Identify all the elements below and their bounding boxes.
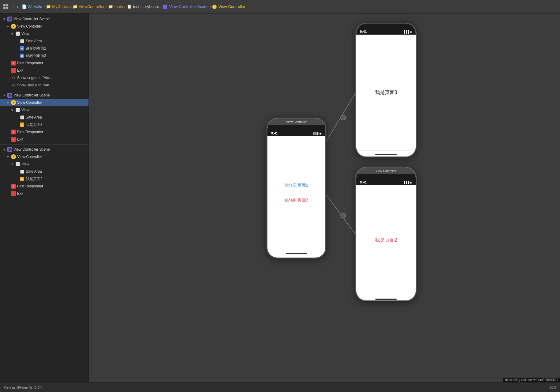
url-bar: https://blog.csdn.net/weixin/208870829 <box>503 378 560 382</box>
breadcrumb-mycheck[interactable]: 📁 MyCheck <box>46 4 69 9</box>
sidebar-item-btn3[interactable]: B 跳转到页面3 <box>0 52 89 59</box>
phone1-btn3[interactable]: 跳转到页面3 <box>285 198 308 203</box>
firstresponder1-label: First Responder <box>17 61 89 65</box>
breadcrumb: 📄 WeValid › 📁 MyCheck › 📁 ViewController… <box>22 4 245 9</box>
phone-1: View Controller 9:41 ▐▐▐ ◉ 跳转到页面2 跳转到页面3 <box>267 118 326 258</box>
sidebar-item-vc2[interactable]: ▼ ● View Controller <box>0 99 89 106</box>
tree-section-2: ▼ ⬛ View Controller Scene ▼ ● View Contr… <box>0 90 89 144</box>
exit1-label: Exit <box>17 68 89 73</box>
sidebar-item-exit3[interactable]: → Exit <box>0 190 89 197</box>
scene2-label: View Controller Scene <box>13 93 89 97</box>
button-icon: B <box>20 46 25 51</box>
phone1-btn2[interactable]: 跳转到页面2 <box>285 183 308 188</box>
sidebar-item-view3[interactable]: ▼ View <box>0 160 89 168</box>
view3-label: View <box>21 162 89 166</box>
vc3-label: View Controller <box>17 155 89 159</box>
sidebar-item-safearea2[interactable]: ⊡ Safe Area <box>0 114 89 121</box>
btn2-label: 跳转到页面2 <box>26 46 89 51</box>
sidebar-item-btn2[interactable]: B 跳转到页面2 <box>0 45 89 52</box>
view-icon <box>15 107 20 112</box>
disclosure-icon: ▼ <box>10 108 14 112</box>
phone1-title: View Controller <box>286 120 307 124</box>
view-icon <box>15 31 20 36</box>
back-arrow[interactable]: ‹ <box>11 3 15 10</box>
bottom-bar: View as: iPhone Xs (6.5") 80% <box>0 382 560 392</box>
segue2-label: Show segue to "Vie... <box>17 83 89 87</box>
breadcrumb-wevalid[interactable]: 📄 WeValid <box>22 4 42 9</box>
disclosure-icon: ▼ <box>10 163 14 166</box>
first-responder-icon: ⚡ <box>11 184 16 189</box>
breadcrumb-scene[interactable]: View Controller Scene <box>163 4 208 9</box>
label-icon: L <box>20 176 25 181</box>
sidebar-item-exit2[interactable]: → Exit <box>0 136 89 143</box>
canvas[interactable]: ✦ ✦ View Controller 9:41 ▐▐▐ ◉ 跳转到页面2 <box>89 13 560 382</box>
sidebar-item-view2[interactable]: ▼ View <box>0 106 89 114</box>
sidebar-item-label-page2[interactable]: L 我是页面2 <box>0 175 89 183</box>
sidebar-item-safearea1[interactable]: ⊡ Safe Area <box>0 37 89 45</box>
sidebar-item-scene2[interactable]: ▼ ⬛ View Controller Scene <box>0 92 89 99</box>
first-responder-icon: ⚡ <box>11 61 16 66</box>
sidebar-item-safearea3[interactable]: ⊡ Safe Area <box>0 168 89 175</box>
sidebar-item-scene1[interactable]: ▼ ⬛ View Controller Scene <box>0 15 89 23</box>
breadcrumb-viewcontroller[interactable]: View Controller <box>212 4 245 9</box>
vc-icon: ● <box>11 100 16 105</box>
main-layout: ▼ ⬛ View Controller Scene ▼ ● View Contr… <box>0 13 560 382</box>
sidebar-item-vc1[interactable]: ▼ ● View Controller <box>0 23 89 30</box>
sidebar-item-firstresponder2[interactable]: ⚡ First Responder <box>0 128 89 136</box>
sidebar-item-view1[interactable]: ▼ View <box>0 30 89 37</box>
segue-icon: ⊙ <box>11 83 16 88</box>
sidebar-item-firstresponder3[interactable]: ⚡ First Responder <box>0 183 89 190</box>
exit-icon: → <box>11 68 16 73</box>
exit-icon: → <box>11 137 16 142</box>
breadcrumb-viewcontroller-folder[interactable]: 📁 ViewController <box>73 4 104 9</box>
label-page2-label: 我是页面2 <box>26 176 89 182</box>
button-icon: B <box>20 53 25 58</box>
view1-label: View <box>21 32 89 36</box>
first-responder-icon: ⚡ <box>11 130 16 134</box>
sidebar-item-label-page3[interactable]: L 我是页面3 <box>0 121 89 128</box>
sidebar-item-vc3[interactable]: ▼ ● View Controller <box>0 153 89 160</box>
disclosure-icon: ▼ <box>6 155 10 159</box>
sidebar-item-firstresponder1[interactable]: ⚡ First Responder <box>0 59 89 67</box>
view2-label: View <box>21 108 89 112</box>
sidebar-item-scene3[interactable]: ▼ ⬛ View Controller Scene <box>0 146 89 153</box>
exit-icon: → <box>11 191 16 196</box>
disclosure-icon: ▼ <box>2 148 6 151</box>
zoom-level: 80% <box>550 386 556 389</box>
tree-section-3: ▼ ⬛ View Controller Scene ▼ ● View Contr… <box>0 144 89 198</box>
phone3-title: View Controller <box>376 169 396 173</box>
vc-icon: ● <box>11 24 16 29</box>
disclosure-icon: ▼ <box>6 25 10 28</box>
phone2-content: 我是页面3 <box>375 89 397 96</box>
forward-arrow[interactable]: › <box>16 3 20 10</box>
svg-rect-2 <box>3 7 6 9</box>
phone3-title-bar: View Controller <box>356 168 416 174</box>
scene-icon: ⬛ <box>7 147 12 152</box>
segue1-label: Show segue to "Vie... <box>17 76 89 80</box>
disclosure-icon: ▼ <box>2 94 6 97</box>
exit3-label: Exit <box>17 191 89 196</box>
phone-3: View Controller 9:41 ▐▐▐ ◉ 我是页面2 <box>355 167 417 301</box>
vc-icon: ● <box>11 154 16 159</box>
sidebar-item-segue2[interactable]: ⊙ Show segue to "Vie... <box>0 81 89 89</box>
scene3-label: View Controller Scene <box>13 147 89 152</box>
sidebar-item-segue1[interactable]: ⊙ Show segue to "Vie... <box>0 74 89 81</box>
phone3-content: 我是页面2 <box>375 237 397 243</box>
scene1-label: View Controller Scene <box>13 17 89 21</box>
nav-arrows: ‹ › <box>11 3 20 10</box>
safearea3-label: Safe Area <box>26 169 89 174</box>
svg-text:✦: ✦ <box>342 117 344 119</box>
phone-2: 9:41 ▐▐▐ ◉ 我是页面3 <box>355 23 417 157</box>
exit2-label: Exit <box>17 137 89 141</box>
breadcrumb-main[interactable]: 📁 main <box>108 4 123 9</box>
breadcrumb-storyboard[interactable]: 📋 test.storyboard <box>127 4 159 9</box>
scene-icon: ⬛ <box>7 93 12 98</box>
btn3-label: 跳转到页面3 <box>26 53 89 58</box>
grid-icon[interactable] <box>2 3 9 10</box>
firstresponder2-label: First Responder <box>17 130 89 134</box>
svg-rect-0 <box>3 4 6 6</box>
tree-section-1: ▼ ⬛ View Controller Scene ▼ ● View Contr… <box>0 15 89 89</box>
safearea1-label: Safe Area <box>26 39 89 43</box>
sidebar-item-exit1[interactable]: → Exit <box>0 67 89 74</box>
firstresponder3-label: First Responder <box>17 184 89 188</box>
